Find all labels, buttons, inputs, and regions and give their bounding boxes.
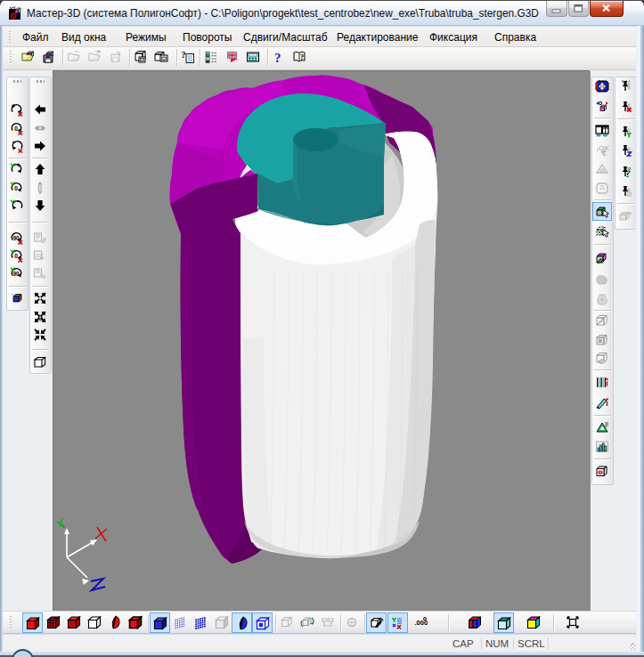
svg-text:?: ? xyxy=(300,53,304,61)
svg-text:0: 0 xyxy=(37,312,42,321)
svg-text:0: 0 xyxy=(14,184,18,191)
svg-text:0: 0 xyxy=(599,469,602,474)
svg-text:0: 0 xyxy=(37,183,42,192)
svg-text:90: 90 xyxy=(12,235,20,241)
svg-text:0: 0 xyxy=(14,253,18,259)
svg-text:?: ? xyxy=(274,51,281,64)
svg-text:?: ? xyxy=(182,50,186,60)
svg-text:90: 90 xyxy=(12,271,20,277)
svg-text:0: 0 xyxy=(14,125,18,131)
